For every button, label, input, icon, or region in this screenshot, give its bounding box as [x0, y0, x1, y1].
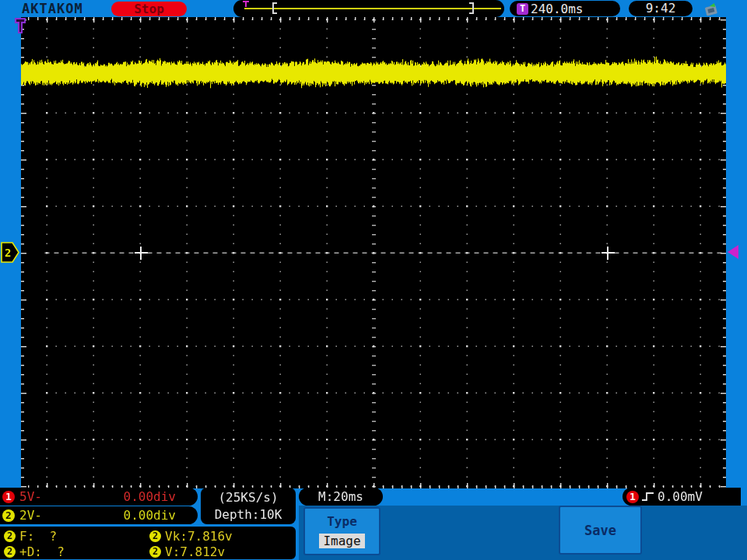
ch1-scale: 5V- — [19, 489, 42, 504]
svg-text:2: 2 — [5, 247, 11, 259]
measurement-text: Vk:7.816v — [165, 529, 233, 544]
measurement-text: F: ? — [19, 529, 57, 544]
measurement-frequency: 2 F: ? — [4, 529, 57, 544]
usb-storage-icon — [702, 2, 721, 16]
ch2-offset: 0.00div — [124, 508, 176, 523]
memory-window-bar — [233, 0, 504, 17]
ch2-badge: 2 — [149, 546, 161, 558]
trigger-position-marker-icon — [15, 18, 27, 35]
trigger-t-icon: T — [517, 3, 528, 15]
type-selected-value[interactable]: Image — [319, 534, 364, 548]
memory-depth: Depth:10K — [215, 507, 282, 522]
scope-display — [21, 17, 726, 488]
trigger-readout: 1 0.00mV — [622, 488, 741, 506]
window-left-bracket-icon — [272, 2, 277, 14]
save-button[interactable]: Save — [559, 506, 642, 555]
memory-window-line — [244, 8, 501, 9]
ch1-status: 1 5V- 0.00div — [0, 488, 198, 506]
trigger-level-value: 0.00mV — [658, 489, 703, 504]
measurement-text: V:7.812v — [165, 544, 225, 559]
trigger-level-arrow-icon — [728, 245, 738, 259]
clock: 9:42 — [629, 1, 693, 16]
measurement-v: 2 V:7.812v — [149, 544, 225, 559]
brand-logo: AKTAKOM — [22, 1, 83, 16]
ch2-badge: 2 — [2, 509, 15, 522]
trigger-source-badge: 1 — [626, 491, 639, 503]
ch2-badge: 2 — [4, 530, 16, 542]
trigger-delay-readout: T 240.0ms — [510, 1, 620, 16]
ch1-badge: 1 — [2, 491, 15, 503]
ch2-badge: 2 — [4, 546, 16, 558]
trigger-delay-value: 240.0ms — [531, 2, 583, 16]
acquisition-state-badge: Stop — [111, 2, 187, 16]
ch1-offset: 0.00div — [124, 489, 176, 504]
measurement-duty: 2 +D: ? — [4, 544, 65, 559]
ch2-badge: 2 — [149, 530, 161, 542]
timebase-readout: M:20ms — [299, 488, 383, 506]
trigger-position-t-icon — [243, 1, 249, 7]
measurements-panel: 2 F: ? 2 Vk:7.816v 2 +D: ? 2 V:7.812v — [0, 527, 296, 559]
measurement-text: +D: ? — [19, 544, 65, 559]
rising-edge-icon — [641, 491, 655, 502]
acquisition-info: (25KS/s) Depth:10K — [201, 488, 296, 524]
channel2-ground-marker: 2 — [1, 242, 20, 264]
ch2-status: 2 2V- 0.00div — [0, 506, 198, 524]
waveform-canvas — [21, 17, 726, 488]
ch2-scale: 2V- — [19, 508, 42, 523]
window-right-bracket-icon — [469, 2, 474, 14]
type-button[interactable]: Type Image — [303, 507, 381, 555]
type-button-label: Type — [327, 514, 357, 529]
measurement-vk: 2 Vk:7.816v — [149, 529, 233, 544]
sample-rate: (25KS/s) — [218, 490, 278, 505]
soft-menu-panel: Type Image Save — [299, 506, 747, 560]
